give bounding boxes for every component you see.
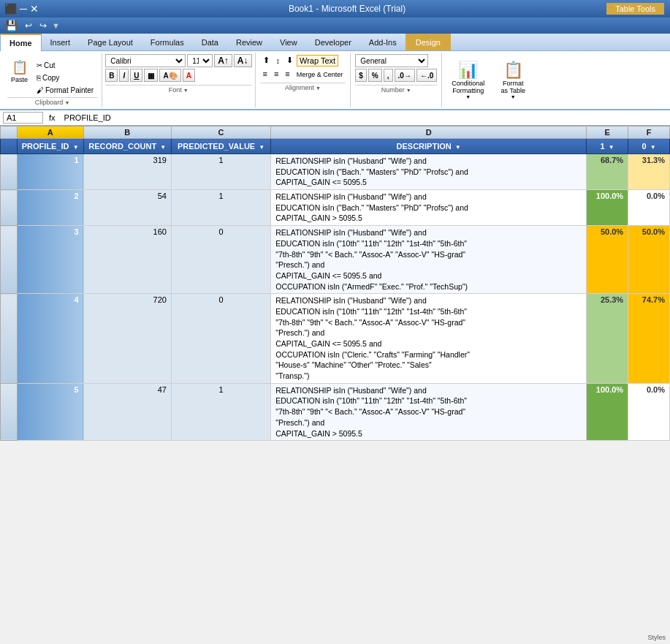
row-num-1 (1, 154, 18, 190)
fill-color-button[interactable]: A🎨 (159, 69, 180, 82)
cell-reference-input[interactable] (3, 112, 43, 124)
predicted-value-header[interactable]: PREDICTED_VALUE ▼ (171, 139, 270, 154)
tab-review[interactable]: Review (227, 34, 271, 50)
increase-decimal-button[interactable]: .0→ (395, 69, 415, 82)
col-f-filter-icon[interactable]: ▼ (650, 144, 656, 151)
cell-d3[interactable]: RELATIONSHIP isIn ("Husband" "Wife") and… (271, 226, 587, 294)
window-controls[interactable]: ⬛ ─ ✕ (4, 3, 39, 15)
col-e-header[interactable]: E (586, 126, 628, 139)
align-center-button[interactable]: ≡ (271, 68, 281, 80)
cell-f4[interactable]: 74.7% (628, 294, 670, 384)
cell-b1[interactable]: 319 (83, 154, 171, 190)
tab-page-layout[interactable]: Page Layout (79, 34, 142, 50)
tab-data[interactable]: Data (193, 34, 227, 50)
col-f-header[interactable]: F (628, 126, 670, 139)
col-e-filter-icon[interactable]: ▼ (609, 144, 614, 151)
bold-button[interactable]: B (105, 69, 118, 82)
align-middle-button[interactable]: ↕ (273, 55, 283, 67)
percent-button[interactable]: % (368, 69, 382, 82)
cell-e4[interactable]: 25.3% (586, 294, 628, 384)
tab-design[interactable]: Design (406, 34, 451, 50)
save-btn[interactable]: 💾 (3, 19, 20, 32)
cell-c3[interactable]: 0 (171, 226, 270, 294)
cell-e2[interactable]: 100.0% (586, 190, 628, 226)
align-top-button[interactable]: ⬆ (260, 54, 273, 67)
cell-b5[interactable]: 47 (83, 383, 171, 440)
cell-b4[interactable]: 720 (83, 294, 171, 384)
alignment-expand-icon[interactable]: ▼ (316, 86, 321, 91)
font-family-select[interactable]: Calibri (105, 54, 186, 67)
format-as-table-button[interactable]: 📋 Format as Table ▼ (492, 57, 533, 103)
col-d-header[interactable]: D (271, 126, 587, 139)
col-f-header-cell[interactable]: 0 ▼ (628, 139, 670, 154)
formula-input[interactable] (61, 113, 667, 123)
number-expand-icon[interactable]: ▼ (406, 88, 411, 93)
tab-insert[interactable]: Insert (42, 34, 80, 50)
tab-formulas[interactable]: Formulas (142, 34, 193, 50)
col-b-filter-icon[interactable]: ▼ (160, 144, 166, 151)
col-a-filter-icon[interactable]: ▼ (73, 144, 79, 151)
cell-a2[interactable]: 2 (17, 190, 83, 226)
font-color-button[interactable]: A (183, 69, 195, 82)
merge-center-button[interactable]: Merge & Center (294, 68, 346, 80)
record-count-header[interactable]: RECORD_COUNT ▼ (83, 139, 171, 154)
cell-c5[interactable]: 1 (171, 383, 270, 440)
comma-button[interactable]: , (384, 69, 393, 82)
undo-btn[interactable]: ↩ (23, 20, 34, 31)
font-size-select[interactable]: 11 (187, 54, 213, 67)
cell-f1[interactable]: 31.3% (628, 154, 670, 190)
col-a-header[interactable]: A (17, 126, 83, 139)
font-grow-button[interactable]: A↑ (214, 54, 232, 67)
tab-developer[interactable]: Developer (306, 34, 360, 50)
cell-c1[interactable]: 1 (171, 154, 270, 190)
cell-a5[interactable]: 5 (17, 383, 83, 440)
cell-a3[interactable]: 3 (17, 226, 83, 294)
font-expand-icon[interactable]: ▼ (183, 88, 189, 93)
italic-button[interactable]: I (119, 69, 129, 82)
col-e-header-cell[interactable]: 1 ▼ (586, 139, 628, 154)
cell-b3[interactable]: 160 (83, 226, 171, 294)
cell-d2[interactable]: RELATIONSHIP isIn ("Husband" "Wife") and… (271, 190, 587, 226)
paste-button[interactable]: 📋 Paste (7, 57, 31, 86)
formula-expand-icon[interactable]: fx (46, 113, 58, 122)
font-shrink-button[interactable]: A↓ (234, 54, 252, 67)
col-b-header[interactable]: B (83, 126, 171, 139)
redo-btn[interactable]: ↪ (37, 20, 49, 31)
decrease-decimal-button[interactable]: ←.0 (416, 69, 437, 82)
conditional-formatting-button[interactable]: 📊 Conditional Formatting ▼ (446, 57, 490, 103)
tab-home[interactable]: Home (0, 34, 42, 51)
dollar-button[interactable]: $ (355, 69, 367, 82)
tab-add-ins[interactable]: Add-Ins (360, 34, 406, 50)
cut-button[interactable]: ✂ Cut (33, 60, 97, 71)
profile-id-header[interactable]: PROFILE_ID ▼ (17, 139, 83, 154)
col-c-header[interactable]: C (171, 126, 270, 139)
cell-d5[interactable]: RELATIONSHIP isIn ("Husband" "Wife") and… (271, 383, 587, 440)
cell-b2[interactable]: 54 (83, 190, 171, 226)
align-right-button[interactable]: ≡ (282, 68, 292, 80)
col-c-filter-icon[interactable]: ▼ (259, 144, 264, 151)
cell-d1[interactable]: RELATIONSHIP isIn ("Husband" "Wife") and… (271, 154, 587, 190)
cell-e5[interactable]: 100.0% (586, 383, 628, 440)
number-format-select[interactable]: General (355, 54, 428, 67)
cell-f2[interactable]: 0.0% (628, 190, 670, 226)
cell-e1[interactable]: 68.7% (586, 154, 628, 190)
align-left-button[interactable]: ≡ (260, 68, 270, 80)
cell-f3[interactable]: 50.0% (628, 226, 670, 294)
description-header[interactable]: DESCRIPTION ▼ (271, 139, 587, 154)
col-d-filter-icon[interactable]: ▼ (455, 144, 461, 151)
tab-view[interactable]: View (271, 34, 306, 50)
border-button[interactable]: ▦ (144, 69, 158, 82)
align-bottom-button[interactable]: ⬇ (283, 54, 296, 67)
cell-d4[interactable]: RELATIONSHIP isIn ("Husband" "Wife") and… (271, 294, 587, 384)
cell-e3[interactable]: 50.0% (586, 226, 628, 294)
format-painter-button[interactable]: 🖌 Format Painter (33, 85, 97, 96)
cell-a1[interactable]: 1 (17, 154, 83, 190)
cell-c4[interactable]: 0 (171, 294, 270, 384)
cell-a4[interactable]: 4 (17, 294, 83, 384)
clipboard-expand-icon[interactable]: ▼ (64, 100, 69, 105)
copy-button[interactable]: ⎘ Copy (33, 72, 97, 83)
wrap-text-button[interactable]: Wrap Text (297, 55, 338, 67)
cell-f5[interactable]: 0.0% (628, 383, 670, 440)
underline-button[interactable]: U (130, 69, 142, 82)
cell-c2[interactable]: 1 (171, 190, 270, 226)
